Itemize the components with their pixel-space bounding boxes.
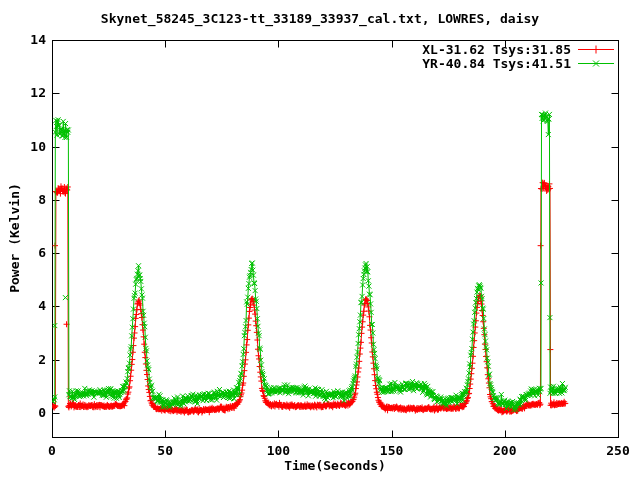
y-tick-label: 12 (0, 86, 46, 99)
x-tick-label: 0 (30, 444, 74, 457)
legend-label-xl: XL-31.62 Tsys:31.85 (422, 42, 571, 57)
legend-label-yr: YR-40.84 Tsys:41.51 (422, 56, 571, 71)
y-tick-label: 14 (0, 33, 46, 46)
y-tick-label: 8 (0, 193, 46, 206)
legend: XL-31.62 Tsys:31.85 YR-40.84 Tsys:41.51 (422, 42, 614, 70)
y-tick-label: 2 (0, 353, 46, 366)
x-tick-label: 150 (370, 444, 414, 457)
x-axis-title: Time(Seconds) (52, 458, 618, 473)
plot-canvas (0, 0, 640, 480)
chart-title: Skynet_58245_3C123-tt_33189_33937_cal.tx… (0, 11, 640, 26)
x-tick-label: 200 (483, 444, 527, 457)
legend-sample-plus-icon (578, 43, 614, 56)
x-tick-label: 100 (256, 444, 300, 457)
y-tick-label: 10 (0, 140, 46, 153)
y-tick-label: 4 (0, 299, 46, 312)
legend-sample-cross-icon (578, 57, 614, 70)
y-tick-label: 0 (0, 406, 46, 419)
gnuplot-chart-window: Skynet_58245_3C123-tt_33189_33937_cal.tx… (0, 0, 640, 480)
x-tick-label: 50 (143, 444, 187, 457)
legend-entry-xl: XL-31.62 Tsys:31.85 (422, 42, 614, 56)
legend-entry-yr: YR-40.84 Tsys:41.51 (422, 56, 614, 70)
y-tick-label: 6 (0, 246, 46, 259)
x-tick-label: 250 (596, 444, 640, 457)
